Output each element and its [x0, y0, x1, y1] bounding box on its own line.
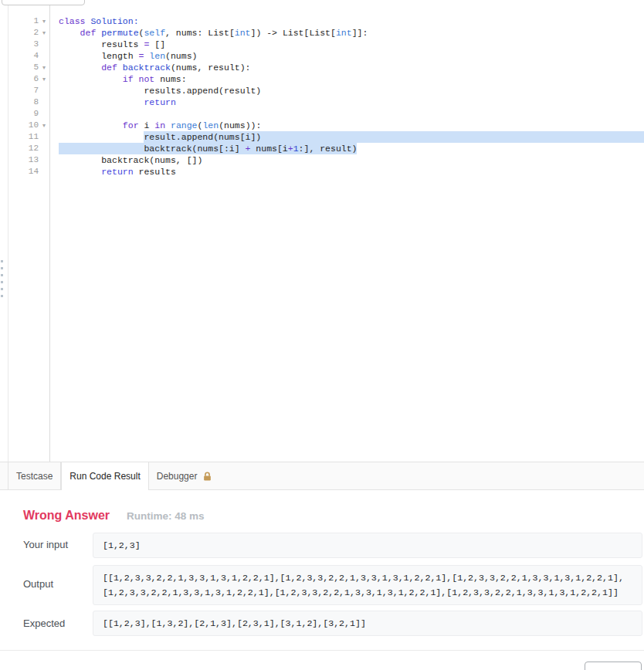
gutter-line: 1▾	[8, 15, 49, 27]
line-number: 13	[8, 154, 39, 166]
code-token: in	[154, 120, 165, 130]
code-line[interactable]: results = []	[51, 39, 644, 50]
gutter-line: 13	[8, 154, 49, 166]
gutter-line: 6▾	[8, 73, 49, 85]
code-token	[134, 74, 139, 84]
fold-arrow-icon[interactable]: ▾	[39, 120, 49, 131]
code-token	[59, 74, 123, 84]
run-result-panel: Wrong Answer Runtime: 48 ms Your input[1…	[0, 490, 644, 670]
tab-testcase[interactable]: Testcase	[8, 462, 61, 490]
code-token	[59, 97, 144, 107]
tab-label: Run Code Result	[69, 471, 140, 482]
code-line[interactable]: backtrack(nums, [])	[51, 154, 644, 166]
code-token: self	[144, 28, 165, 38]
code-line[interactable]: return	[51, 96, 644, 108]
gutter-line: 10▾	[8, 120, 49, 131]
code-token: results.append(result)	[59, 86, 261, 96]
code-token: def	[80, 28, 97, 38]
line-number: 3	[8, 39, 39, 50]
fold-arrow-icon[interactable]: ▾	[39, 27, 49, 39]
code-token: class	[59, 16, 86, 26]
bottom-tab-bar: TestcaseRun Code ResultDebugger	[0, 462, 644, 490]
code-line[interactable]: if not nums:	[51, 73, 644, 85]
code-token: for	[123, 120, 139, 130]
code-line[interactable]: def backtrack(nums, result):	[51, 62, 644, 73]
code-editor[interactable]: 1▾2▾345▾6▾78910▾11121314 class Solution:…	[8, 0, 644, 462]
code-token: permute	[101, 28, 138, 38]
code-line[interactable]: length = len(nums)	[51, 50, 644, 62]
gutter-line: 2▾	[8, 27, 49, 39]
code-token: results	[134, 167, 176, 177]
code-token: len	[149, 51, 165, 61]
result-value-output: [[1,2,3,3,2,2,1,3,3,1,3,1,2,2,1],[1,2,3,…	[93, 565, 642, 605]
line-number: 10	[8, 120, 39, 131]
code-token: (nums)	[165, 51, 197, 61]
partial-button[interactable]	[585, 662, 642, 670]
status-row: Wrong Answer Runtime: 48 ms	[23, 509, 205, 523]
gutter-line: 7	[8, 85, 49, 96]
editor-gutter: 1▾2▾345▾6▾78910▾11121314	[8, 0, 50, 462]
code-token: +	[288, 144, 293, 154]
code-token: []	[149, 39, 165, 49]
drag-handle-icon[interactable]	[1, 260, 5, 297]
code-token: def	[101, 63, 117, 73]
gutter-line: 8	[8, 96, 49, 108]
code-token: ]) -> List[List[	[251, 28, 336, 38]
code-token	[59, 63, 101, 73]
code-token: , nums: List[	[165, 28, 235, 38]
line-number: 4	[8, 50, 39, 62]
line-number: 2	[8, 27, 39, 39]
gutter-line: 11	[8, 131, 49, 143]
gutter-line: 14	[8, 166, 49, 178]
code-line[interactable]: def permute(self, nums: List[int]) -> Li…	[51, 27, 644, 39]
tab-debugger[interactable]: Debugger	[149, 462, 221, 490]
code-token: if	[123, 74, 134, 84]
code-line[interactable]	[51, 108, 644, 120]
code-token: length	[59, 51, 139, 61]
code-token: (nums)):	[219, 120, 261, 130]
fold-arrow-icon[interactable]: ▾	[39, 73, 49, 85]
code-line[interactable]: for i in range(len(nums)):	[51, 120, 644, 131]
gutter-line: 12	[8, 143, 49, 154]
code-token: :], result)	[299, 144, 358, 154]
tab-label: Testcase	[16, 471, 53, 482]
tab-run-code-result[interactable]: Run Code Result	[61, 462, 148, 490]
code-token: len	[202, 120, 219, 130]
code-line[interactable]: return results	[51, 166, 644, 178]
fold-arrow-icon[interactable]: ▾	[39, 15, 49, 27]
code-line[interactable]: result.append(nums[i])	[51, 131, 644, 143]
code-token: int	[336, 28, 352, 38]
code-token: Solution:	[90, 16, 138, 26]
code-token: i	[139, 120, 155, 130]
code-token: int	[235, 28, 251, 38]
panel-divider	[0, 650, 644, 651]
runtime-text: Runtime: 48 ms	[127, 510, 205, 522]
line-number: 5	[8, 62, 39, 73]
gutter-line: 3	[8, 39, 49, 50]
line-number: 12	[8, 143, 39, 154]
code-line[interactable]: backtrack(nums[:i] + nums[i+1:], result)	[51, 143, 644, 154]
code-token: return	[101, 167, 133, 177]
code-token: nums[i	[250, 144, 287, 154]
code-token	[59, 167, 101, 177]
editor-code-area[interactable]: class Solution: def permute(self, nums: …	[51, 0, 644, 462]
code-line[interactable]: results.append(result)	[51, 85, 644, 96]
lock-icon	[202, 472, 212, 482]
code-line[interactable]: class Solution:	[51, 15, 644, 27]
gutter-line: 4	[8, 50, 49, 62]
page: 1▾2▾345▾6▾78910▾11121314 class Solution:…	[0, 0, 644, 670]
line-number: 11	[8, 131, 39, 143]
fold-arrow-icon[interactable]: ▾	[39, 62, 49, 73]
code-token: 1	[293, 144, 299, 154]
result-value-expected: [[1,2,3],[1,3,2],[2,1,3],[2,3,1],[3,1,2]…	[93, 611, 642, 636]
result-row-label: Expected	[23, 618, 65, 629]
code-token	[59, 120, 123, 130]
result-value-your-input: [1,2,3]	[93, 533, 642, 558]
code-token: nums:	[154, 74, 186, 84]
language-selector[interactable]	[2, 0, 85, 5]
line-number: 14	[8, 166, 39, 178]
line-number: 9	[8, 108, 39, 120]
gutter-line: 9	[8, 108, 49, 120]
code-token: result.append(nums[i])	[59, 132, 261, 142]
code-token: return	[144, 97, 175, 107]
